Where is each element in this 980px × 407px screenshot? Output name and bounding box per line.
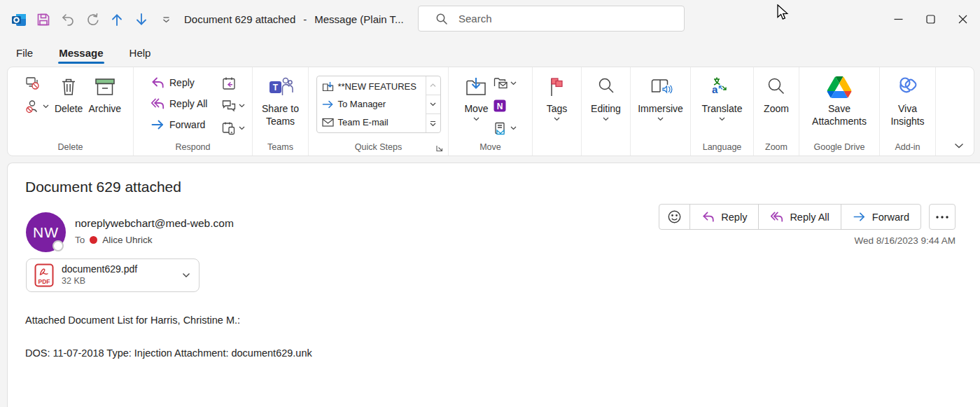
pdf-file-icon: PDF (34, 263, 54, 287)
tags-button[interactable]: Tags (547, 67, 568, 138)
move-to-folder-icon (322, 81, 334, 92)
group-label-move: Move (449, 138, 532, 156)
reply-icon (150, 76, 164, 89)
svg-text:PDF: PDF (38, 278, 50, 285)
editing-button-label: Editing (591, 102, 621, 115)
customize-qat-chevron-icon[interactable] (157, 11, 175, 29)
chevron-down-icon (239, 104, 245, 108)
message-timestamp: Wed 8/16/2023 9:44 AM (854, 235, 955, 246)
next-item-button[interactable] (132, 11, 150, 29)
arrow-right-icon (322, 100, 334, 109)
onenote-button[interactable]: N (493, 97, 517, 115)
ignore-button[interactable] (24, 74, 49, 92)
chevron-down-icon (719, 117, 725, 121)
quick-steps-scroll-up[interactable] (426, 76, 440, 95)
reply-all-action-button[interactable]: Reply All (758, 205, 840, 229)
more-actions-button[interactable] (929, 204, 955, 230)
rules-button[interactable] (493, 74, 517, 92)
minimize-button[interactable] (882, 0, 914, 39)
outlook-app-icon (10, 11, 28, 29)
window-title-separator: - (303, 13, 307, 25)
save-attachments-button[interactable]: Save Attachments (803, 67, 876, 138)
meeting-button[interactable] (221, 74, 245, 92)
maximize-button[interactable] (914, 0, 946, 39)
quick-step-team-email[interactable]: Team E-mail (322, 117, 426, 127)
group-label-zoom: Zoom (754, 138, 799, 156)
forward-button[interactable]: Forward (148, 114, 210, 134)
reply-with-im-button[interactable] (221, 97, 245, 115)
smiley-icon (667, 209, 682, 224)
archive-button[interactable]: Archive (88, 67, 121, 138)
chevron-down-icon (954, 143, 964, 149)
sender-email[interactable]: noreplywebchart@med-web.com (75, 217, 234, 230)
tab-message[interactable]: Message (58, 42, 104, 64)
move-button[interactable]: Move (464, 67, 488, 138)
save-button[interactable] (34, 11, 52, 29)
chevron-down-icon (603, 117, 609, 121)
redo-button[interactable] (83, 11, 102, 29)
attachment-chip[interactable]: PDF document629.pdf 32 KB (26, 258, 200, 292)
ribbon-group-immersive: Immersive (631, 67, 691, 156)
group-label-quick-steps: Quick Steps (309, 138, 448, 156)
attachment-dropdown-chevron-icon[interactable] (182, 273, 190, 278)
forward-icon (853, 211, 866, 223)
group-label-google-drive: Google Drive (799, 138, 879, 156)
move-folder-icon (465, 74, 487, 100)
ignore-icon (24, 75, 41, 92)
quick-steps-dialog-launcher-icon[interactable] (435, 144, 443, 152)
quick-steps-more-button[interactable] (426, 114, 440, 132)
chevron-down-icon (657, 117, 664, 121)
ribbon-group-teams: T Share to Teams Teams (253, 67, 309, 156)
presence-busy-icon (90, 236, 97, 244)
quick-step-new-features[interactable]: **NEW FEATURES (322, 81, 426, 92)
delete-button[interactable]: Delete (55, 67, 83, 138)
quick-steps-scroll-down[interactable] (426, 95, 440, 114)
quick-access-toolbar (10, 0, 175, 39)
reactions-button[interactable] (659, 205, 690, 229)
quick-step-label: To Manager (338, 99, 386, 109)
forward-icon (150, 118, 164, 131)
share-to-teams-button[interactable]: T Share to Teams (255, 67, 307, 138)
reply-button[interactable]: Reply (148, 72, 210, 92)
collapse-ribbon-button[interactable] (954, 143, 964, 149)
save-attachments-label: Save Attachments (803, 102, 876, 127)
flag-icon (547, 74, 566, 100)
reply-all-button[interactable]: Reply All (148, 93, 210, 113)
ellipsis-icon (936, 216, 948, 219)
message-action-bar: Reply Reply All Forward (659, 204, 955, 230)
block-sender-button[interactable] (24, 97, 49, 116)
reply-action-button[interactable]: Reply (690, 205, 758, 229)
forward-action-button[interactable]: Forward (841, 205, 920, 229)
search-input[interactable] (458, 13, 654, 25)
zoom-button[interactable]: Zoom (764, 67, 789, 138)
previous-item-button[interactable] (108, 11, 126, 29)
chevron-down-icon (510, 81, 517, 85)
group-label-language: Language (691, 138, 753, 156)
archive-icon (93, 74, 117, 100)
tab-help[interactable]: Help (129, 42, 152, 64)
onenote-icon: N (493, 99, 507, 113)
share-to-teams-label: Share to Teams (255, 102, 307, 127)
recipient-line: To Alice Uhrick (75, 235, 153, 245)
message-subject: Document 629 attached (25, 179, 181, 195)
attachment-meta: document629.pdf 32 KB (62, 263, 137, 287)
archive-button-label: Archive (88, 102, 121, 115)
search-box[interactable] (418, 6, 685, 32)
quick-step-to-manager[interactable]: To Manager (322, 99, 426, 109)
viva-insights-button[interactable]: Viva Insights (883, 67, 933, 138)
message-actions-button[interactable] (493, 119, 517, 137)
translate-button[interactable]: a Translate (702, 67, 743, 138)
ribbon-group-quick-steps: **NEW FEATURES To Manager (309, 67, 449, 156)
immersive-reader-icon (649, 74, 673, 100)
ribbon-tab-row: File Message Help (0, 39, 151, 67)
trash-icon (59, 74, 78, 100)
undo-button[interactable] (59, 11, 77, 29)
tab-file[interactable]: File (15, 42, 34, 64)
svg-text:a: a (712, 83, 718, 95)
close-button[interactable] (946, 0, 979, 39)
editing-button[interactable]: Editing (591, 67, 621, 138)
reply-options-button[interactable] (221, 119, 245, 137)
respond-button-group: Reply Reply All Forward (659, 204, 921, 230)
immersive-button[interactable]: Immersive (638, 67, 683, 138)
recipient-name[interactable]: Alice Uhrick (102, 235, 152, 245)
